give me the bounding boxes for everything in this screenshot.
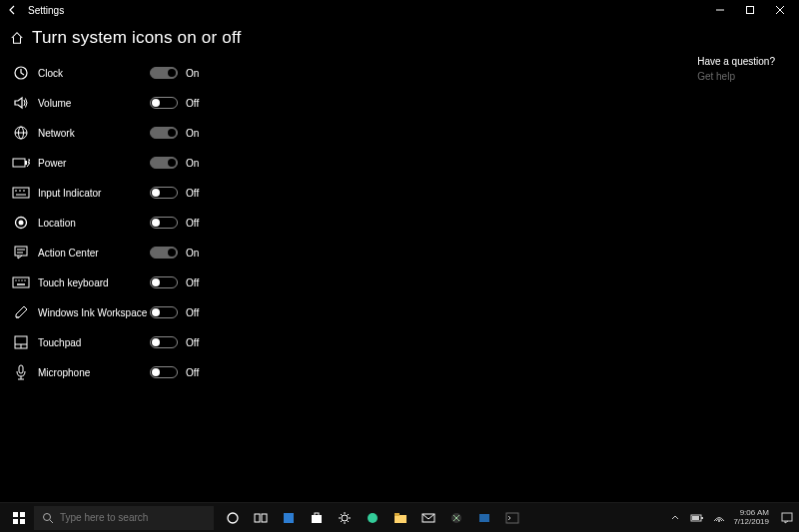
toggle-state-label: Off	[186, 307, 199, 318]
svg-rect-33	[13, 512, 18, 517]
toggle-state-label: Off	[186, 277, 199, 288]
taskbar-apps	[220, 503, 525, 533]
toggle-switch[interactable]	[150, 97, 178, 109]
close-button[interactable]	[765, 0, 795, 20]
svg-rect-8	[13, 159, 25, 167]
toggle-switch[interactable]	[150, 366, 178, 378]
help-question: Have a question?	[697, 56, 775, 67]
content-area: ClockOnVolumeOffNetworkOnPowerOnInput In…	[0, 54, 799, 496]
touchpad-icon	[10, 335, 32, 349]
start-button[interactable]	[4, 503, 34, 533]
setting-row: Input IndicatorOff	[10, 178, 199, 208]
taskbar-app-store[interactable]	[304, 503, 330, 533]
toggle-switch[interactable]	[150, 247, 178, 259]
svg-rect-36	[20, 519, 25, 524]
titlebar: Settings	[0, 0, 799, 20]
setting-label: Input Indicator	[32, 188, 150, 199]
setting-row: VolumeOff	[10, 88, 199, 118]
back-button[interactable]	[4, 5, 22, 15]
microphone-icon	[10, 364, 32, 380]
task-view-icon[interactable]	[248, 503, 274, 533]
setting-row: Action CenterOn	[10, 238, 199, 267]
svg-rect-17	[15, 247, 27, 256]
toggle-switch[interactable]	[150, 187, 178, 199]
taskbar-app-2[interactable]	[471, 503, 497, 533]
taskbar-app-xbox[interactable]	[443, 503, 469, 533]
toggle-switch[interactable]	[150, 217, 178, 229]
get-help-link[interactable]: Get help	[697, 71, 775, 82]
setting-row: TouchpadOff	[10, 327, 199, 357]
toggle-switch[interactable]	[150, 127, 178, 139]
tray-network-icon[interactable]	[711, 510, 727, 526]
toggle-switch[interactable]	[150, 336, 178, 348]
taskbar-app-explorer[interactable]	[388, 503, 413, 533]
svg-rect-20	[13, 277, 29, 287]
svg-line-52	[341, 520, 343, 522]
svg-rect-60	[506, 513, 518, 523]
cortana-icon[interactable]	[220, 503, 246, 533]
taskbar-app-terminal[interactable]	[499, 503, 525, 533]
taskbar-app-edge[interactable]	[276, 503, 302, 533]
setting-row: NetworkOn	[10, 118, 199, 148]
search-icon	[42, 512, 54, 524]
svg-rect-1	[747, 7, 754, 14]
tray-chevron-icon[interactable]	[667, 510, 683, 526]
setting-label: Volume	[32, 98, 150, 109]
svg-rect-59	[479, 514, 489, 522]
setting-label: Microphone	[32, 367, 150, 378]
system-tray: 9:06 AM 7/12/2019	[667, 509, 795, 527]
taskbar-search[interactable]	[34, 506, 214, 530]
help-pane: Have a question? Get help	[697, 56, 775, 82]
power-icon	[10, 157, 32, 169]
home-icon[interactable]	[10, 31, 24, 45]
maximize-button[interactable]	[735, 0, 765, 20]
setting-label: Windows Ink Workspace	[32, 307, 150, 318]
tray-clock[interactable]: 9:06 AM 7/12/2019	[733, 509, 773, 527]
svg-rect-63	[692, 516, 699, 520]
toggle-switch[interactable]	[150, 306, 178, 318]
svg-rect-65	[782, 513, 792, 521]
toggle-state-label: On	[186, 158, 199, 169]
setting-label: Clock	[32, 68, 150, 79]
toggle-switch[interactable]	[150, 157, 178, 169]
volume-icon	[10, 95, 32, 111]
tray-date: 7/12/2019	[733, 518, 769, 527]
page-title: Turn system icons on or off	[32, 28, 241, 48]
svg-rect-40	[255, 514, 260, 522]
toggle-switch[interactable]	[150, 67, 178, 79]
toggle-state-label: On	[186, 68, 199, 79]
svg-rect-55	[395, 515, 406, 523]
minimize-button[interactable]	[705, 0, 735, 20]
setting-row: ClockOn	[10, 58, 199, 88]
setting-label: Power	[32, 158, 150, 169]
toggle-state-label: On	[186, 248, 199, 259]
svg-point-16	[19, 221, 24, 226]
settings-list: ClockOnVolumeOffNetworkOnPowerOnInput In…	[0, 54, 199, 496]
clock-icon	[10, 65, 32, 81]
setting-label: Action Center	[32, 248, 150, 259]
svg-rect-10	[13, 188, 29, 198]
svg-rect-9	[25, 161, 27, 165]
location-icon	[10, 215, 32, 231]
taskbar: 9:06 AM 7/12/2019	[0, 502, 799, 532]
setting-row: Touch keyboardOff	[10, 267, 199, 297]
svg-point-22	[18, 279, 19, 280]
svg-rect-42	[284, 513, 294, 523]
tray-notifications-icon[interactable]	[779, 510, 795, 526]
taskbar-app-mail[interactable]	[415, 503, 441, 533]
svg-point-23	[21, 279, 22, 280]
toggle-state-label: Off	[186, 188, 199, 199]
svg-point-54	[368, 513, 378, 523]
svg-point-37	[44, 513, 51, 520]
taskbar-app-settings[interactable]	[332, 503, 358, 533]
svg-rect-62	[701, 517, 703, 519]
tray-battery-icon[interactable]	[689, 510, 705, 526]
toggle-switch[interactable]	[150, 276, 178, 288]
setting-row: MicrophoneOff	[10, 357, 199, 387]
taskbar-app-1[interactable]	[360, 503, 386, 533]
toggle-state-label: Off	[186, 218, 199, 229]
search-input[interactable]	[60, 512, 206, 523]
setting-row: Windows Ink WorkspaceOff	[10, 297, 199, 327]
network-icon	[10, 125, 32, 141]
svg-rect-35	[13, 519, 18, 524]
